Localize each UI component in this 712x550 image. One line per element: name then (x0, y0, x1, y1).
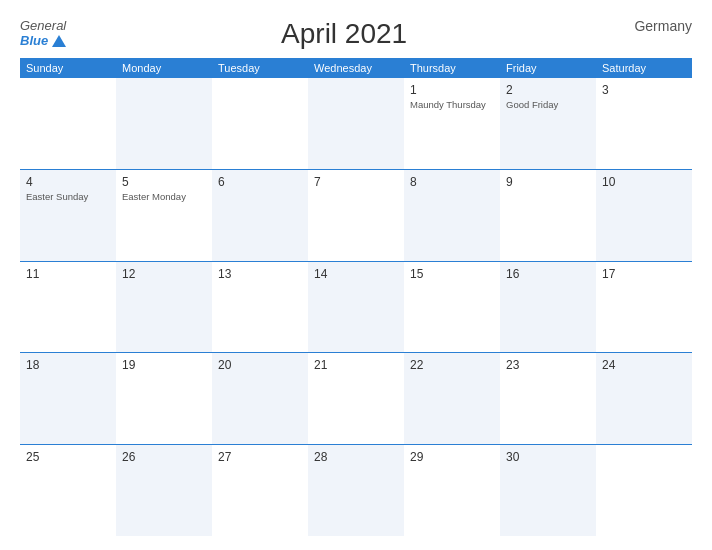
cal-cell-w2-d5: 8 (404, 170, 500, 261)
cal-cell-w3-d1: 11 (20, 262, 116, 353)
week-row-5: 252627282930 (20, 445, 692, 536)
day-number: 5 (122, 175, 206, 189)
cal-cell-w5-d3: 27 (212, 445, 308, 536)
cal-cell-w4-d2: 19 (116, 353, 212, 444)
cal-cell-w1-d6: 2Good Friday (500, 78, 596, 169)
day-number: 22 (410, 358, 494, 372)
day-number: 29 (410, 450, 494, 464)
day-number: 18 (26, 358, 110, 372)
holiday-label: Easter Monday (122, 191, 206, 203)
cal-cell-w2-d4: 7 (308, 170, 404, 261)
week-row-4: 18192021222324 (20, 353, 692, 445)
cal-cell-w5-d2: 26 (116, 445, 212, 536)
cal-cell-w1-d3 (212, 78, 308, 169)
day-number: 4 (26, 175, 110, 189)
header-friday: Friday (500, 58, 596, 78)
day-number: 11 (26, 267, 110, 281)
day-number: 7 (314, 175, 398, 189)
day-number: 3 (602, 83, 686, 97)
cal-cell-w1-d2 (116, 78, 212, 169)
cal-cell-w5-d1: 25 (20, 445, 116, 536)
week-row-1: 1Maundy Thursday2Good Friday3 (20, 78, 692, 170)
header-thursday: Thursday (404, 58, 500, 78)
day-number: 10 (602, 175, 686, 189)
header-wednesday: Wednesday (308, 58, 404, 78)
day-number: 13 (218, 267, 302, 281)
cal-cell-w4-d4: 21 (308, 353, 404, 444)
holiday-label: Easter Sunday (26, 191, 110, 203)
cal-cell-w3-d3: 13 (212, 262, 308, 353)
header: General Blue April 2021 Germany (20, 18, 692, 50)
day-number: 28 (314, 450, 398, 464)
logo-general-text: General (20, 18, 66, 33)
day-number: 2 (506, 83, 590, 97)
day-number: 25 (26, 450, 110, 464)
cal-cell-w3-d2: 12 (116, 262, 212, 353)
cal-cell-w4-d1: 18 (20, 353, 116, 444)
cal-cell-w4-d5: 22 (404, 353, 500, 444)
day-number: 14 (314, 267, 398, 281)
header-sunday: Sunday (20, 58, 116, 78)
day-number: 6 (218, 175, 302, 189)
cal-cell-w2-d6: 9 (500, 170, 596, 261)
day-number: 21 (314, 358, 398, 372)
logo: General Blue (20, 18, 66, 48)
calendar-page: General Blue April 2021 Germany Sunday M… (0, 0, 712, 550)
cal-cell-w1-d5: 1Maundy Thursday (404, 78, 500, 169)
calendar-header-row: Sunday Monday Tuesday Wednesday Thursday… (20, 58, 692, 78)
cal-cell-w2-d2: 5Easter Monday (116, 170, 212, 261)
cal-cell-w2-d3: 6 (212, 170, 308, 261)
day-number: 24 (602, 358, 686, 372)
day-number: 8 (410, 175, 494, 189)
cal-cell-w4-d3: 20 (212, 353, 308, 444)
day-number: 26 (122, 450, 206, 464)
cal-cell-w2-d7: 10 (596, 170, 692, 261)
cal-cell-w1-d4 (308, 78, 404, 169)
logo-triangle-icon (52, 35, 66, 47)
header-saturday: Saturday (596, 58, 692, 78)
week-row-3: 11121314151617 (20, 262, 692, 354)
day-number: 30 (506, 450, 590, 464)
cal-cell-w3-d6: 16 (500, 262, 596, 353)
cal-cell-w1-d7: 3 (596, 78, 692, 169)
cal-cell-w5-d6: 30 (500, 445, 596, 536)
cal-cell-w5-d4: 28 (308, 445, 404, 536)
cal-cell-w2-d1: 4Easter Sunday (20, 170, 116, 261)
day-number: 12 (122, 267, 206, 281)
calendar-title: April 2021 (66, 18, 622, 50)
holiday-label: Good Friday (506, 99, 590, 111)
header-monday: Monday (116, 58, 212, 78)
holiday-label: Maundy Thursday (410, 99, 494, 111)
cal-cell-w3-d7: 17 (596, 262, 692, 353)
cal-cell-w4-d6: 23 (500, 353, 596, 444)
calendar-grid: Sunday Monday Tuesday Wednesday Thursday… (20, 58, 692, 536)
cal-cell-w5-d7 (596, 445, 692, 536)
country-label: Germany (622, 18, 692, 34)
day-number: 1 (410, 83, 494, 97)
cal-cell-w1-d1 (20, 78, 116, 169)
day-number: 16 (506, 267, 590, 281)
calendar-body: 1Maundy Thursday2Good Friday34Easter Sun… (20, 78, 692, 536)
day-number: 19 (122, 358, 206, 372)
header-tuesday: Tuesday (212, 58, 308, 78)
cal-cell-w3-d4: 14 (308, 262, 404, 353)
day-number: 15 (410, 267, 494, 281)
day-number: 9 (506, 175, 590, 189)
cal-cell-w5-d5: 29 (404, 445, 500, 536)
cal-cell-w4-d7: 24 (596, 353, 692, 444)
day-number: 23 (506, 358, 590, 372)
cal-cell-w3-d5: 15 (404, 262, 500, 353)
logo-blue-text: Blue (20, 33, 66, 48)
week-row-2: 4Easter Sunday5Easter Monday678910 (20, 170, 692, 262)
day-number: 20 (218, 358, 302, 372)
day-number: 27 (218, 450, 302, 464)
day-number: 17 (602, 267, 686, 281)
